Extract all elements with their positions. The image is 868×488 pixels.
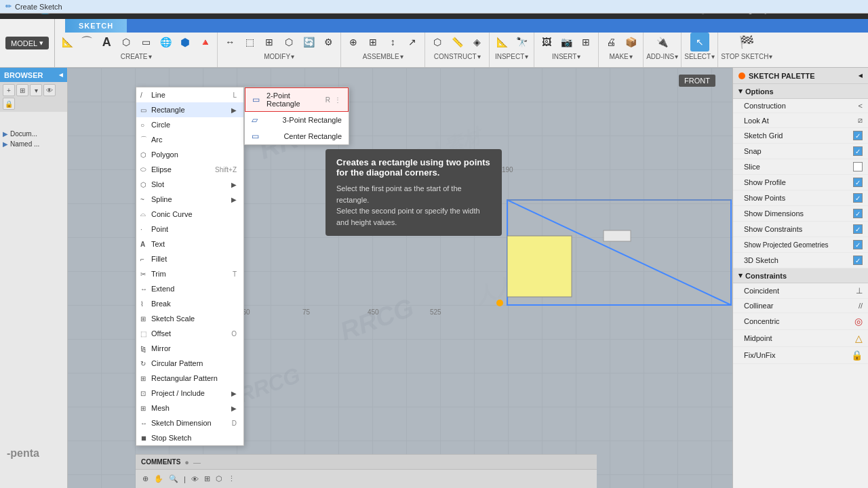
sketchgrid-checkbox[interactable]: ✓ — [853, 131, 863, 140]
showprofile-checkbox[interactable]: ✓ — [853, 178, 863, 187]
nav-view-icon[interactable]: 👁 — [191, 475, 199, 483]
menu-item-point[interactable]: · Point — [136, 222, 243, 237]
nav-grid-icon[interactable]: ⊞ — [204, 474, 210, 483]
palette-expand-icon[interactable]: ◂ — [859, 71, 863, 80]
menu-item-arc[interactable]: ⌒ Arc — [136, 132, 243, 147]
inspect-label[interactable]: INSPECT — [495, 53, 524, 60]
addins-label[interactable]: ADD-INS — [646, 53, 674, 60]
snap-checkbox[interactable]: ✓ — [853, 146, 863, 156]
showprojected-checkbox[interactable]: ✓ — [853, 240, 863, 249]
canvas-area[interactable]: RRCG RRCG RRCG RRCG 人人素材 人人素材 260 75 450… — [68, 68, 732, 488]
modify-tool-3[interactable]: ⊞ — [260, 33, 279, 52]
insert-label[interactable]: INSERT — [552, 53, 577, 60]
menu-item-break[interactable]: ⌇ Break — [136, 296, 243, 311]
menu-item-project[interactable]: ⊡ Project / Include ▶ — [136, 386, 243, 401]
stop-sketch-label[interactable]: STOP SKETCH — [721, 53, 768, 60]
browser-item-named[interactable]: ▶ Named ... — [0, 139, 67, 149]
assemble-tool-1[interactable]: ⊕ — [344, 33, 363, 52]
menu-item-text[interactable]: A Text — [136, 237, 243, 251]
browser-btn-4[interactable]: 👁 — [43, 84, 56, 96]
menu-item-mirror[interactable]: ⧎ Mirror — [136, 341, 243, 356]
menu-item-extend[interactable]: ↔ Extend — [136, 281, 243, 296]
inspect-tool-2[interactable]: 🔭 — [512, 33, 531, 52]
menu-item-slot[interactable]: ⬡ Slot ▶ — [136, 177, 243, 192]
showconstraints-checkbox[interactable]: ✓ — [853, 224, 863, 234]
browser-btn-3[interactable]: ▾ — [30, 84, 42, 96]
menu-item-mesh[interactable]: ⊞ Mesh ▶ — [136, 401, 243, 415]
menu-item-rectangle[interactable]: ▭ Rectangle ▶ — [136, 102, 243, 117]
assemble-tool-4[interactable]: ↗ — [403, 33, 422, 52]
addins-tool-1[interactable]: 🔌 — [653, 33, 672, 52]
construct-tool-3[interactable]: ◈ — [467, 33, 486, 52]
insert-tool-3[interactable]: ⊞ — [576, 33, 595, 52]
menu-item-stopsketch[interactable]: ⏹ Stop Sketch — [136, 430, 243, 445]
select-label[interactable]: SELECT — [684, 53, 711, 60]
showdimensions-checkbox[interactable]: ✓ — [853, 209, 863, 218]
nav-more-icon[interactable]: ⋮ — [228, 474, 235, 483]
nav-display-icon[interactable]: ⬡ — [216, 474, 222, 483]
modify-tool-1[interactable]: ↔ — [220, 33, 239, 52]
submenu-center-rect[interactable]: ▭ Center Rectangle — [245, 128, 349, 144]
assemble-tool-2[interactable]: ⊞ — [363, 33, 382, 52]
sketch-tool-6[interactable]: ⬢ — [176, 33, 195, 52]
sketch-tool-5[interactable]: 🌐 — [156, 33, 175, 52]
menu-item-line[interactable]: / Line L — [136, 87, 243, 102]
submenu-2point-rect[interactable]: ▭ 2-Point Rectangle R ⋮ — [245, 87, 349, 112]
modify-tool-5[interactable]: 🔄 — [299, 33, 318, 52]
construct-label[interactable]: CONSTRUCT — [434, 53, 477, 60]
menu-item-offset[interactable]: ⬚ Offset O — [136, 326, 243, 341]
menu-item-sketchscale[interactable]: ⊞ Sketch Scale — [136, 311, 243, 326]
modify-label[interactable]: MODIFY — [264, 53, 290, 60]
modify-tool-4[interactable]: ⬡ — [279, 33, 298, 52]
make-tool-2[interactable]: 📦 — [621, 33, 640, 52]
assemble-tool-3[interactable]: ↕ — [383, 33, 402, 52]
menu-item-circle[interactable]: ○ Circle — [136, 117, 243, 132]
menu-item-conic[interactable]: ⌓ Conic Curve — [136, 207, 243, 222]
slice-checkbox[interactable] — [853, 162, 863, 171]
browser-btn-5[interactable]: 🔒 — [3, 98, 15, 110]
browser-item-document[interactable]: ▶ Docum... — [0, 129, 67, 139]
menu-item-polygon[interactable]: ⬡ Polygon — [136, 147, 243, 162]
menu-item-rectpattern[interactable]: ⊞ Rectangular Pattern — [136, 371, 243, 386]
insert-tool-1[interactable]: 🖼 — [537, 33, 556, 52]
assemble-label[interactable]: ASSEMBLE — [363, 53, 399, 60]
showpoints-checkbox[interactable]: ✓ — [853, 193, 863, 203]
inspect-tool-1[interactable]: 📐 — [492, 33, 511, 52]
stop-sketch-tool[interactable]: 🏁 — [737, 33, 756, 52]
browser-btn-1[interactable]: + — [3, 84, 15, 96]
nav-zoom-icon[interactable]: 🔍 — [169, 474, 178, 483]
3dsketch-checkbox[interactable]: ✓ — [853, 256, 863, 265]
browser-expand-icon[interactable]: ◂ — [59, 70, 63, 79]
sketch-tool-7[interactable]: 🔺 — [195, 33, 214, 52]
nav-orbit-icon[interactable]: ⊕ — [142, 474, 149, 483]
constraints-section-header[interactable]: ▾ Constraints — [733, 268, 868, 283]
nav-pan-icon[interactable]: ✋ — [154, 474, 163, 483]
text-tool[interactable]: A — [97, 33, 116, 52]
construct-tool-1[interactable]: ⬡ — [428, 33, 447, 52]
sketch-tool-2[interactable]: ⌒ — [77, 33, 96, 52]
sketch-tool-1[interactable]: 📐 — [58, 33, 77, 52]
menu-item-circpattern[interactable]: ↻ Circular Pattern — [136, 356, 243, 371]
menu-item-sketchdim[interactable]: ↔ Sketch Dimension D — [136, 415, 243, 430]
make-tool-1[interactable]: 🖨 — [601, 33, 620, 52]
browser-btn-2[interactable]: ⊞ — [16, 84, 28, 96]
menu-item-ellipse[interactable]: ⬭ Elipse Shift+Z — [136, 162, 243, 177]
create-sketch-button[interactable]: ✏ Create Sketch — [0, 0, 868, 14]
select-tool[interactable]: ↖ — [690, 33, 709, 52]
make-label[interactable]: MAKE — [609, 53, 628, 60]
insert-tool-2[interactable]: 📷 — [557, 33, 576, 52]
lookat-icon[interactable]: ⧄ — [858, 116, 863, 125]
menu-item-spline[interactable]: ~ Spline ▶ — [136, 192, 243, 207]
menu-item-trim[interactable]: ✂ Trim T — [136, 266, 243, 281]
submenu-3point-rect[interactable]: ▱ 3-Point Rectangle — [245, 112, 349, 128]
modify-tool-2[interactable]: ⬚ — [240, 33, 259, 52]
options-section-header[interactable]: ▾ Options — [733, 84, 868, 99]
sketch-tool-4[interactable]: ▭ — [136, 33, 155, 52]
menu-item-fillet[interactable]: ⌐ Fillet — [136, 251, 243, 266]
construct-tool-2[interactable]: 📏 — [448, 33, 467, 52]
model-button[interactable]: MODEL ▾ — [5, 37, 49, 49]
construction-icon[interactable]: < — [859, 102, 863, 110]
create-label[interactable]: CREATE — [121, 53, 148, 60]
sketch-tool-3[interactable]: ⬡ — [117, 33, 136, 52]
modify-tool-6[interactable]: ⚙ — [319, 33, 338, 52]
